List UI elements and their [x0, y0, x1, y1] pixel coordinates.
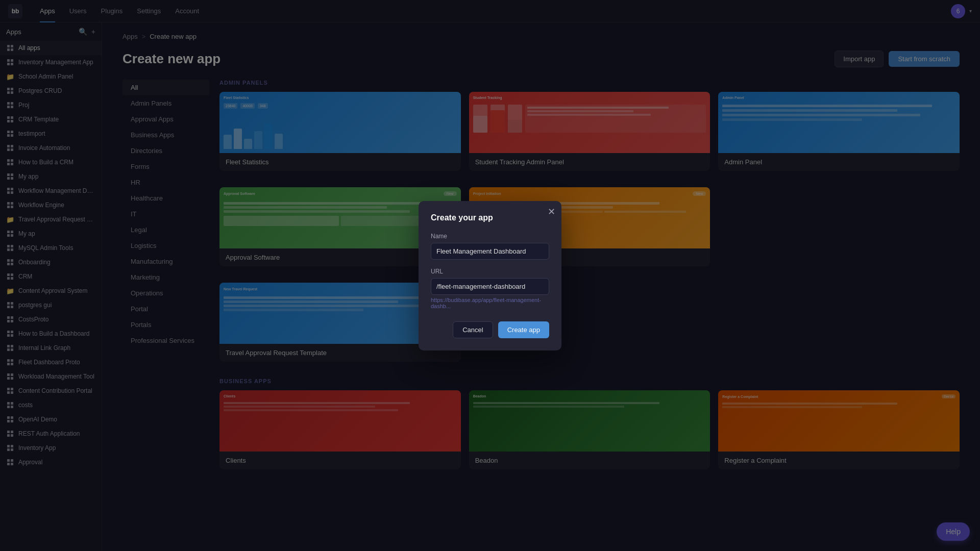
- modal-name-field: Name: [431, 233, 549, 260]
- create-app-button[interactable]: Create app: [498, 321, 549, 338]
- modal-url-hint: https://budibase.app/app/fleet-managemen…: [431, 297, 549, 309]
- app-name-input[interactable]: [431, 243, 549, 260]
- modal-actions: Cancel Create app: [431, 321, 549, 338]
- modal-close-button[interactable]: ✕: [548, 207, 555, 216]
- modal-name-label: Name: [431, 233, 549, 240]
- modal-overlay[interactable]: ✕ Create your app Name URL https://budib…: [0, 0, 980, 551]
- create-app-modal: ✕ Create your app Name URL https://budib…: [419, 201, 561, 350]
- modal-url-label: URL: [431, 268, 549, 275]
- cancel-button[interactable]: Cancel: [453, 321, 493, 338]
- modal-url-field: URL https://budibase.app/app/fleet-manag…: [431, 268, 549, 309]
- app-url-input[interactable]: [431, 278, 549, 295]
- modal-title: Create your app: [431, 213, 549, 222]
